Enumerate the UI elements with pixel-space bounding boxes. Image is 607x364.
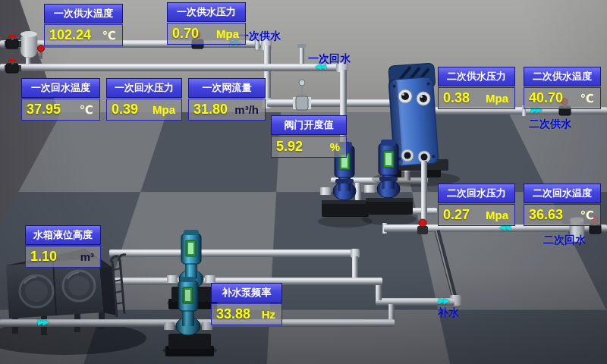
gauge-primary-return-pressure: 一次回水压力 0.39 Mpa xyxy=(106,78,182,121)
gauge-unit: ℃ xyxy=(580,208,594,223)
gauge-value: 5.92 % xyxy=(271,136,347,158)
makeup-riser-pipe xyxy=(436,231,462,306)
gauge-value: 0.27 Mpa xyxy=(438,204,515,226)
gauge-title: 一次供水压力 xyxy=(167,2,246,22)
gauge-title: 二次供水压力 xyxy=(438,67,515,86)
gauge-title: 水箱液位高度 xyxy=(25,225,101,245)
gauge-unit: ℃ xyxy=(580,91,594,106)
flow-arrow-suction-line: ▶▶ xyxy=(38,318,48,326)
gauge-value: 0.70 Mpa xyxy=(167,23,246,45)
gauge-tank-level: 水箱液位高度 1.10 m³ xyxy=(25,225,101,268)
pipe-label-secondary-supply: 二次供水 xyxy=(529,118,571,131)
gauge-number: 0.39 xyxy=(112,102,138,117)
gauge-value: 40.70 ℃ xyxy=(524,87,601,109)
gauge-secondary-supply-temp: 二次供水温度 40.70 ℃ xyxy=(524,67,601,109)
gauge-value: 37.95 ℃ xyxy=(21,99,100,121)
gauge-title: 一次回水压力 xyxy=(106,78,182,98)
gauge-secondary-return-temp: 二次回水温度 36.63 ℃ xyxy=(524,184,601,226)
gauge-number: 33.88 xyxy=(216,306,250,322)
gauge-number: 37.95 xyxy=(27,102,61,117)
gauge-unit: m³/h xyxy=(234,102,259,118)
gauge-number: 5.92 xyxy=(276,139,303,154)
gauge-title: 补水泵频率 xyxy=(211,283,282,303)
gauge-value: 36.63 ℃ xyxy=(524,204,601,226)
gauge-value: 0.38 Mpa xyxy=(438,87,515,109)
gauge-value: 102.24 ℃ xyxy=(44,24,123,46)
gauge-number: 40.70 xyxy=(529,90,563,105)
gauge-unit: Mpa xyxy=(216,27,239,42)
gauge-unit: Mpa xyxy=(486,91,508,106)
junction-valve-secondary-return[interactable] xyxy=(417,219,428,234)
gauge-primary-supply-pressure: 一次供水压力 0.70 Mpa xyxy=(167,2,246,45)
gauge-title: 二次供水温度 xyxy=(524,67,601,86)
gauge-title: 二次回水温度 xyxy=(524,184,601,203)
gauge-title: 一次回水温度 xyxy=(21,78,100,98)
gauge-number: 1.10 xyxy=(30,249,57,264)
gauge-title: 阀门开度值 xyxy=(271,115,347,135)
gauge-value: 31.80 m³/h xyxy=(188,99,266,121)
gauge-title: 一次网流量 xyxy=(188,78,266,98)
gauge-unit: ℃ xyxy=(80,102,93,118)
sensor-stub xyxy=(297,44,307,65)
gauge-unit: m³ xyxy=(80,249,94,265)
gauge-unit: ℃ xyxy=(102,28,116,43)
gauge-value: 1.10 m³ xyxy=(25,246,101,268)
tank-outlet-pipes xyxy=(109,249,382,285)
pipe-label-secondary-return: 二次回水 xyxy=(543,234,586,247)
gauge-number: 0.27 xyxy=(443,207,470,222)
pipe-label-makeup-water: 补水 xyxy=(438,306,459,320)
gauge-unit: Mpa xyxy=(153,102,175,118)
gauge-number: 0.38 xyxy=(443,90,470,105)
gauge-title: 一次供水温度 xyxy=(44,4,123,24)
gauge-unit: % xyxy=(330,140,340,155)
gauge-secondary-return-pressure: 二次回水压力 0.27 Mpa xyxy=(438,184,515,226)
gauge-value: 33.88 Hz xyxy=(211,303,282,325)
hmi-screen: 一次供水温度 102.24 ℃ 一次供水压力 0.70 Mpa 一次回水温度 3… xyxy=(0,0,607,364)
flow-arrow-primary-return: ◀◀ xyxy=(315,62,325,71)
gauge-title: 二次回水压力 xyxy=(438,184,515,203)
flow-arrow-makeup-water: ▶▶ xyxy=(439,297,448,305)
gauge-primary-flow: 一次网流量 31.80 m³/h xyxy=(188,78,266,121)
gauge-number: 36.63 xyxy=(529,207,563,222)
gauge-primary-return-temp: 一次回水温度 37.95 ℃ xyxy=(21,78,100,121)
equipment-layer xyxy=(0,0,607,364)
strainer-vessel xyxy=(20,31,37,65)
gauge-number: 0.70 xyxy=(172,26,199,41)
gauge-unit: Hz xyxy=(262,307,275,322)
gauge-secondary-supply-pressure: 二次供水压力 0.38 Mpa xyxy=(438,67,515,109)
drain-valve[interactable] xyxy=(38,46,45,60)
gauge-valve-opening: 阀门开度值 5.92 % xyxy=(271,115,347,158)
gauge-number: 102.24 xyxy=(49,27,91,42)
valve-primary-return-inlet[interactable] xyxy=(5,59,21,73)
gauge-primary-supply-temp: 一次供水温度 102.24 ℃ xyxy=(44,4,123,46)
gauge-number: 31.80 xyxy=(193,102,228,117)
gauge-unit: Mpa xyxy=(486,208,508,223)
gauge-makeup-pump-frequency: 补水泵频率 33.88 Hz xyxy=(211,283,282,325)
control-valve[interactable] xyxy=(293,80,311,110)
gauge-value: 0.39 Mpa xyxy=(106,99,182,121)
valve-primary-supply-inlet[interactable] xyxy=(5,35,21,49)
